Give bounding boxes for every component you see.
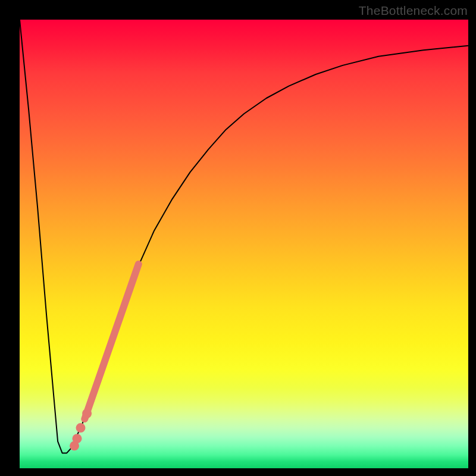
- highlight-dot: [70, 441, 79, 450]
- chart-frame: TheBottleneck.com: [0, 0, 476, 476]
- highlight-segment: [84, 264, 139, 419]
- highlight-dot: [76, 423, 86, 433]
- bottleneck-curve: [20, 20, 468, 453]
- highlight-dot: [82, 409, 92, 418]
- watermark-text: TheBottleneck.com: [359, 4, 468, 18]
- plot-area: [20, 20, 468, 468]
- curve-layer: [20, 20, 468, 468]
